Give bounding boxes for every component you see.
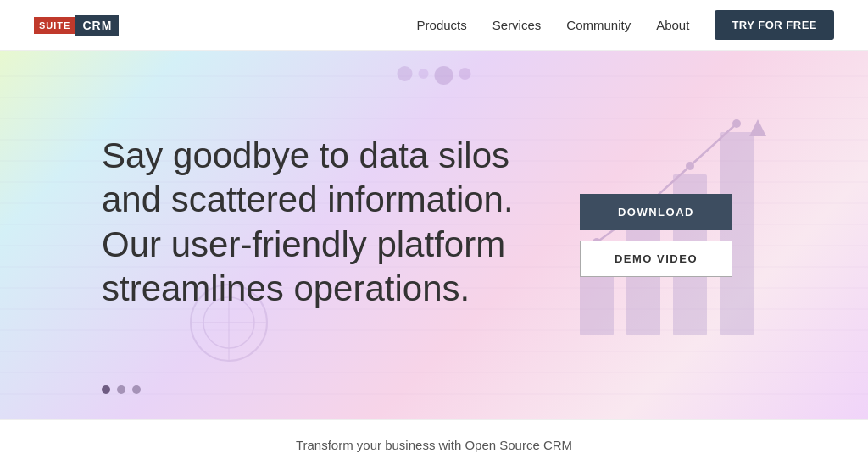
nav-community[interactable]: Community bbox=[566, 18, 631, 32]
svg-point-22 bbox=[686, 162, 694, 170]
logo-crm: CRM bbox=[75, 15, 119, 36]
logo-suite: SUITE bbox=[34, 17, 75, 34]
deco-circles-top bbox=[398, 66, 471, 85]
svg-point-23 bbox=[732, 119, 741, 128]
footer-tagline: Transform your business with Open Source… bbox=[296, 438, 572, 452]
download-button[interactable]: DOWNLOAD bbox=[580, 194, 732, 230]
hero-cta-buttons: DOWNLOAD DEMO VIDEO bbox=[580, 194, 732, 277]
hero-section: Say goodbye to data silos and scattered … bbox=[0, 51, 868, 419]
nav-about[interactable]: About bbox=[656, 18, 689, 32]
logo: SUITE CRM bbox=[34, 15, 119, 36]
dot-3[interactable] bbox=[132, 385, 141, 394]
hero-content: Say goodbye to data silos and scattered … bbox=[0, 134, 526, 337]
hero-pagination-dots bbox=[102, 385, 141, 394]
footer-strip: Transform your business with Open Source… bbox=[0, 419, 868, 470]
hero-headline: Say goodbye to data silos and scattered … bbox=[102, 134, 526, 312]
nav-products[interactable]: Products bbox=[417, 18, 467, 32]
dot-2[interactable] bbox=[117, 385, 125, 394]
try-for-free-button[interactable]: TRY FOR FREE bbox=[715, 10, 834, 40]
main-nav: Products Services Community About TRY FO… bbox=[417, 10, 834, 40]
dot-1[interactable] bbox=[102, 385, 110, 394]
svg-marker-24 bbox=[749, 119, 766, 136]
demo-video-button[interactable]: DEMO VIDEO bbox=[580, 241, 732, 277]
main-header: SUITE CRM Products Services Community Ab… bbox=[0, 0, 868, 51]
nav-services[interactable]: Services bbox=[492, 18, 542, 32]
